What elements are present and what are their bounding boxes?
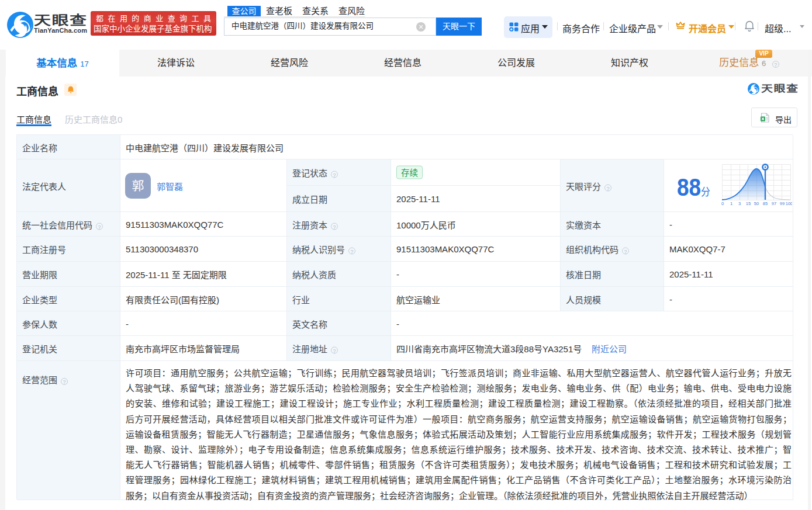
svg-text:100: 100 xyxy=(786,201,792,206)
svg-text:50: 50 xyxy=(754,201,759,206)
svg-text:85: 85 xyxy=(763,201,768,206)
svg-text:3: 3 xyxy=(738,201,741,206)
svg-text:99: 99 xyxy=(780,201,785,206)
svg-text:97: 97 xyxy=(772,201,776,206)
svg-text:0: 0 xyxy=(721,201,724,206)
svg-text:1: 1 xyxy=(730,201,732,206)
svg-text:15: 15 xyxy=(746,201,751,206)
